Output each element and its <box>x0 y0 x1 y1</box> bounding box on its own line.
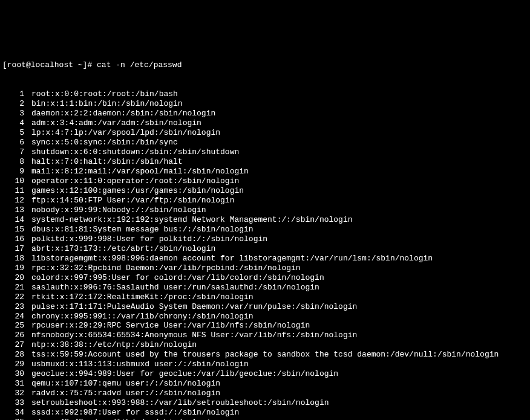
file-line: 32radvd:x:75:75:radvd user:/:/sbin/nolog… <box>2 389 528 398</box>
file-line: 30geoclue:x:994:989:User for geoclue:/va… <box>2 369 528 379</box>
line-number: 30 <box>2 369 31 379</box>
file-line: 21saslauth:x:996:76:Saslauthd user:/run/… <box>2 283 528 292</box>
line-number: 7 <box>2 147 31 157</box>
line-number: 2 <box>2 99 31 109</box>
file-line: 9mail:x:8:12:mail:/var/spool/mail:/sbin/… <box>2 167 528 176</box>
line-number: 17 <box>2 244 31 254</box>
line-number: 6 <box>2 138 31 147</box>
line-content: tss:x:59:59:Account used by the trousers… <box>31 350 499 360</box>
line-content: root:x:0:0:root:/root:/bin/bash <box>31 89 178 99</box>
line-content: daemon:x:2:2:daemon:/sbin:/sbin/nologin <box>31 109 215 118</box>
line-content: shutdown:x:6:0:shutdown:/sbin:/sbin/shut… <box>31 147 239 157</box>
line-content: sync:x:5:0:sync:/sbin:/bin/sync <box>31 138 178 147</box>
command-text: cat -n /etc/passwd <box>97 60 182 70</box>
file-line: 25rpcuser:x:29:29:RPC Service User:/var/… <box>2 321 528 331</box>
file-line: 6sync:x:5:0:sync:/sbin:/bin/sync <box>2 138 528 147</box>
line-content: qemu:x:107:107:qemu user:/:/sbin/nologin <box>31 379 220 389</box>
line-content: operator:x:11:0:operator:/root:/sbin/nol… <box>31 176 239 186</box>
line-content: usbmuxd:x:113:113:usbmuxd user:/:/sbin/n… <box>31 360 249 369</box>
file-line: 33setroubleshoot:x:993:988::/var/lib/set… <box>2 398 528 408</box>
file-line: 22rtkit:x:172:172:RealtimeKit:/proc:/sbi… <box>2 292 528 302</box>
line-number: 23 <box>2 302 31 312</box>
file-line: 20colord:x:997:995:User for colord:/var/… <box>2 273 528 283</box>
line-number: 14 <box>2 215 31 225</box>
file-line: 13nobody:x:99:99:Nobody:/:/sbin/nologin <box>2 205 528 215</box>
line-number: 19 <box>2 263 31 273</box>
line-number: 32 <box>2 389 31 398</box>
line-number: 35 <box>2 418 31 420</box>
line-number: 18 <box>2 254 31 263</box>
file-line: 19rpc:x:32:32:Rpcbind Daemon:/var/lib/rp… <box>2 263 528 273</box>
line-number: 31 <box>2 379 31 389</box>
line-content: nobody:x:99:99:Nobody:/:/sbin/nologin <box>31 205 206 215</box>
line-content: colord:x:997:995:User for colord:/var/li… <box>31 273 324 283</box>
line-number: 29 <box>2 360 31 369</box>
file-line: 15dbus:x:81:81:System message bus:/:/sbi… <box>2 225 528 234</box>
file-line: 16polkitd:x:999:998:User for polkitd:/:/… <box>2 234 528 244</box>
file-line: 7shutdown:x:6:0:shutdown:/sbin:/sbin/shu… <box>2 147 528 157</box>
line-number: 26 <box>2 331 31 340</box>
line-number: 5 <box>2 128 31 138</box>
file-line: 29usbmuxd:x:113:113:usbmuxd user:/:/sbin… <box>2 360 528 369</box>
line-number: 9 <box>2 167 31 176</box>
line-number: 16 <box>2 234 31 244</box>
line-number: 28 <box>2 350 31 360</box>
file-line: 23pulse:x:171:171:PulseAudio System Daem… <box>2 302 528 312</box>
command-prompt-line: [root@localhost ~]# cat -n /etc/passwd <box>2 60 528 70</box>
line-number: 20 <box>2 273 31 283</box>
file-line: 5lp:x:4:7:lp:/var/spool/lpd:/sbin/nologi… <box>2 128 528 138</box>
line-content: radvd:x:75:75:radvd user:/:/sbin/nologin <box>31 389 220 398</box>
line-content: polkitd:x:999:998:User for polkitd:/:/sb… <box>31 234 267 244</box>
line-content: sssd:x:992:987:User for sssd:/:/sbin/nol… <box>31 408 239 418</box>
file-line: 11games:x:12:100:games:/usr/games:/sbin/… <box>2 186 528 196</box>
terminal-output[interactable]: [root@localhost ~]# cat -n /etc/passwd 1… <box>2 41 528 420</box>
line-content: pulse:x:171:171:PulseAudio System Daemon… <box>31 302 357 312</box>
line-content: nfsnobody:x:65534:65534:Anonymous NFS Us… <box>31 331 357 340</box>
line-content: ftp:x:14:50:FTP User:/var/ftp:/sbin/nolo… <box>31 196 234 205</box>
line-number: 22 <box>2 292 31 302</box>
line-number: 13 <box>2 205 31 215</box>
file-line: 1root:x:0:0:root:/root:/bin/bash <box>2 89 528 99</box>
file-line: 35gdm:x:42:42::/var/lib/gdm:/sbin/nologi… <box>2 418 528 420</box>
file-line: 34sssd:x:992:987:User for sssd:/:/sbin/n… <box>2 408 528 418</box>
line-content: ntp:x:38:38::/etc/ntp:/sbin/nologin <box>31 340 197 350</box>
line-content: systemd-network:x:192:192:systemd Networ… <box>31 215 353 225</box>
line-content: setroubleshoot:x:993:988::/var/lib/setro… <box>31 398 329 408</box>
line-content: saslauth:x:996:76:Saslauthd user:/run/sa… <box>31 283 319 292</box>
line-number: 10 <box>2 176 31 186</box>
file-line: 18libstoragemgmt:x:998:996:daemon accoun… <box>2 254 528 263</box>
line-number: 24 <box>2 312 31 321</box>
line-content: libstoragemgmt:x:998:996:daemon account … <box>31 254 433 263</box>
line-number: 8 <box>2 157 31 167</box>
line-number: 11 <box>2 186 31 196</box>
file-line: 27ntp:x:38:38::/etc/ntp:/sbin/nologin <box>2 340 528 350</box>
line-number: 34 <box>2 408 31 418</box>
line-content: dbus:x:81:81:System message bus:/:/sbin/… <box>31 225 254 234</box>
line-content: rtkit:x:172:172:RealtimeKit:/proc:/sbin/… <box>31 292 254 302</box>
line-number: 3 <box>2 109 31 118</box>
file-line: 4adm:x:3:4:adm:/var/adm:/sbin/nologin <box>2 118 528 128</box>
line-content: chrony:x:995:991::/var/lib/chrony:/sbin/… <box>31 312 254 321</box>
file-line: 24chrony:x:995:991::/var/lib/chrony:/sbi… <box>2 312 528 321</box>
line-number: 12 <box>2 196 31 205</box>
line-content: halt:x:7:0:halt:/sbin:/sbin/halt <box>31 157 183 167</box>
line-number: 1 <box>2 89 31 99</box>
file-line: 10operator:x:11:0:operator:/root:/sbin/n… <box>2 176 528 186</box>
line-content: games:x:12:100:games:/usr/games:/sbin/no… <box>31 186 244 196</box>
file-line: 17abrt:x:173:173::/etc/abrt:/sbin/nologi… <box>2 244 528 254</box>
line-content: gdm:x:42:42::/var/lib/gdm:/sbin/nologin <box>31 418 215 420</box>
file-line: 14systemd-network:x:192:192:systemd Netw… <box>2 215 528 225</box>
line-content: mail:x:8:12:mail:/var/spool/mail:/sbin/n… <box>31 167 249 176</box>
file-line: 31qemu:x:107:107:qemu user:/:/sbin/nolog… <box>2 379 528 389</box>
line-content: rpc:x:32:32:Rpcbind Daemon:/var/lib/rpcb… <box>31 263 301 273</box>
line-content: rpcuser:x:29:29:RPC Service User:/var/li… <box>31 321 310 331</box>
line-number: 27 <box>2 340 31 350</box>
line-number: 15 <box>2 225 31 234</box>
line-content: geoclue:x:994:989:User for geoclue:/var/… <box>31 369 338 379</box>
file-line: 8halt:x:7:0:halt:/sbin:/sbin/halt <box>2 157 528 167</box>
line-content: adm:x:3:4:adm:/var/adm:/sbin/nologin <box>31 118 201 128</box>
line-number: 33 <box>2 398 31 408</box>
file-line: 26nfsnobody:x:65534:65534:Anonymous NFS … <box>2 331 528 340</box>
file-line: 28tss:x:59:59:Account used by the trouse… <box>2 350 528 360</box>
file-output: 1root:x:0:0:root:/root:/bin/bash2bin:x:1… <box>2 89 528 420</box>
